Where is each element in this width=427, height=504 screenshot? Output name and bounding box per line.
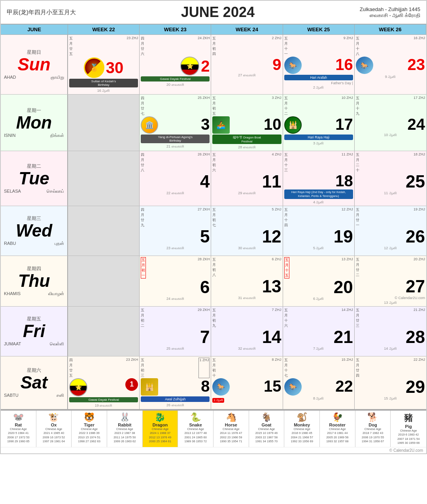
cell-w24-thu: 五月初八 6 ZHJ 13 31 வைகாசி [211,256,283,306]
copyright: © Calendar2U.com [1,447,426,453]
day-malay-sun: AHAD [4,75,16,80]
day-label-fri: 星期五 Fri JUMAAT வெள்ளி [1,307,68,356]
row-friday: 星期五 Fri JUMAAT வெள்ளி 五月初二 29 ZKH 7 25 வ… [1,307,426,356]
zodiac-ox: 🐮 Ox Chinese Age2021 4 1985 402009 16 19… [36,411,72,447]
zodiac-strip: 🐭 Rat Chinese Age2020 5 1984 412008 17 1… [1,410,426,447]
header: 甲辰(龙)年四月小至五月大 JUNE 2024 Zulkaedah - Zulh… [1,1,426,24]
day-label-wed: 星期三 Wed RABU புதன் [1,206,68,256]
cell-w26-wed: 五月廿一 19 ZHJ 26 12 ஆனி [355,206,426,256]
day-label-mon: 星期一 Mon ISNIN திங்கள் [1,95,68,151]
zodiac-pig: 豬 Pig Chinese Age2019 6 1983 422007 18 1… [391,411,426,447]
day-label-sun: 星期日 Sun AHAD ஞாயிறு [1,35,68,94]
cell-w24-sun: 五月初四 2 ZHJ 9 27 வைகாசி [211,35,283,94]
col-header-week25: WEEK 25 [283,25,355,35]
zodiac-tiger: 🐯 Tiger Chinese Age2022 3 1986 392010 15… [72,411,107,447]
cell-w26-fri: 五月廿三 21 ZHJ 28 14 ஆனி [355,307,426,356]
day-abbr-sun: Sun [17,56,50,73]
row-tuesday: 星期二 Tue SELASA செவ்வாய் 四月廿八 26 ZKH 4 22… [1,151,426,206]
cell-w22-wed-empty [68,206,140,256]
zodiac-monkey: 🐒 Monkey Chinese Age2016 9 1980 452004 2… [284,411,320,447]
cell-w24-sat: 五月初十 8 ZHJ 🐎 15 1 ஆனி [211,356,283,409]
cell-w24-fri: 五月初九 7 ZHJ 14 32 வைகாசி [211,307,283,356]
zodiac-rabbit: 🐰 Rabbit Chinese Age2023 2 1987 382011 1… [107,411,143,447]
col-header-week24: WEEK 24 [211,25,283,35]
cell-w23-tue: 四月廿八 26 ZKH 4 22 வைகாசி [140,151,211,206]
calendar-wrapper: 甲辰(龙)年四月小至五月大 JUNE 2024 Zulkaedah - Zulh… [0,0,427,454]
day-label-sat: 星期六 Sat SABTU சனி [1,356,68,409]
cell-w23-fri: 五月初二 29 ZKH 7 25 வைகாசி [140,307,211,356]
cell-w22-sat: 四月廿五 23 ZKH ⭐ 1 Gawai Dayak Festival 19 … [68,356,140,409]
column-headers: JUNE WEEK 22 WEEK 23 WEEK 24 WEEK 25 WEE… [1,24,426,35]
header-title: JUNE 2024 [181,4,255,21]
cell-w23-wed: 四月廿九 27 ZKH 5 23 வைகாசி [140,206,211,256]
day-label-thu: 星期四 Thu KHAMIS வியாழன் [1,256,68,306]
zodiac-dragon: 🐉 Dragon Chinese Age2024 1 1988 372012 1… [143,411,178,447]
cell-w25-tue: 五月十三 11 ZHJ 18 Hari Raya Haji (2nd Day -… [283,151,355,206]
zodiac-horse: 🐴 Horse Chinese Age2014 11 1978 472002 2… [214,411,249,447]
cell-w23-sat: 五月初三 1 ZHJ 🕌 8 Awal Zulhijjah 26 வைகாசி [140,356,211,409]
row-thursday: 星期四 Thu KHAMIS வியாழன் 五月初一 28 ZKH 6 24 … [1,256,426,307]
cell-w25-wed: 五月十四 12 ZHJ 19 5 ஆனி [283,206,355,256]
cell-w26-sat: 五月廿四 22 ZHJ 29 15 ஆனி [355,356,426,409]
header-left: 甲辰(龙)年四月小至五月大 [7,9,76,16]
col-header-week23: WEEK 23 [140,25,211,35]
cell-w24-tue: 五月初六 4 ZHJ 11 29 வைகாசி [211,151,283,206]
cell-w22-fri-empty [68,307,140,356]
day-tamil-sun: ஞாயிறு [51,75,64,80]
cell-w22-sun: 五月廿五 23 ZHJ 🏅 30 Sultan of Kedah'sBirthd… [68,35,140,94]
cell-w26-thu: 五月廿二 20 ZHJ 27 © Calendar2U.com 13 ஆனி [355,256,426,306]
day-label-tue: 星期二 Tue SELASA செவ்வாய் [1,151,68,206]
cell-w22-thu-empty [68,256,140,306]
cell-w24-wed: 五月初七 5 ZHJ 12 30 வைகாசி [211,206,283,256]
cell-w26-mon: 五月十九 17 ZHJ 24 10 ஆனி [355,95,426,151]
cell-w23-sun: 四月廿六 24 ZKH ⭐ 2 Gawai Dayak Festival 20 … [140,35,211,94]
cell-w23-mon: 四月廿七 25 ZKH 🏛️ 3 Yang di-Pertuan Agong's… [140,95,211,151]
cell-w22-mon-empty [68,95,140,151]
cell-w26-sun: 五月十八 16 ZHJ 🐎 23 9 ஆனி [355,35,426,94]
zodiac-rooster: 🐓 Rooster Chinese Age2017 8 1981 442005 … [320,411,355,447]
cell-w22-tue-empty [68,151,140,206]
zodiac-dog: 🐕 Dog Chinese Age2018 7 1982 432006 19 1… [355,411,391,447]
cell-w24-mon: 五月初五 3 ZHJ 🚣 10 端午节 Dragon BoatFestival … [211,95,283,151]
row-wednesday: 星期三 Wed RABU புதன் 四月廿九 27 ZKH 5 23 வைகா… [1,206,426,256]
zodiac-snake: 🐍 Snake Chinese Age2013 12 1977 482001 2… [178,411,214,447]
row-sunday: 星期日 Sun AHAD ஞாயிறு 五月廿五 23 ZHJ 🏅 30 Sul… [1,35,426,95]
cell-w26-tue: 五月二十 18 ZHJ 25 11 ஆனி [355,151,426,206]
col-header-week26: WEEK 26 [355,25,426,35]
cell-w25-thu: 五月十五 13 ZHJ 20 6 ஆனி [283,256,355,306]
cell-w25-sun: 五月十一 9 ZHJ 🐎 16 Hari Arafah Father's Day… [283,35,355,94]
cell-w25-fri: 五月十六 14 ZHJ 21 7 ஆனி [283,307,355,356]
cell-w25-mon: 五月十二 10 ZHJ 🕌 17 Hari Raya Haji 3 ஆனி [283,95,355,151]
row-saturday: 星期六 Sat SABTU சனி 四月廿五 23 ZKH ⭐ 1 Gawai … [1,356,426,410]
zodiac-rat: 🐭 Rat Chinese Age2020 5 1984 412008 17 1… [1,411,36,447]
cell-w23-thu: 五月初一 28 ZKH 6 24 வைகாசி [140,256,211,306]
header-right: Zulkaedah - Zulhijjah 1445 வைகாசி - ஆனி … [360,6,420,19]
col-header-june: JUNE [1,25,68,35]
col-header-week22: WEEK 22 [68,25,140,35]
cell-w25-sat: 五月十七 15 ZHJ 🐎 22 8 ஆனி [283,356,355,409]
zodiac-goat: 🐐 Goat Chinese Age2015 10 1979 462003 22… [249,411,285,447]
row-monday: 星期一 Mon ISNIN திங்கள் 四月廿七 25 ZKH 🏛️ 3 Y… [1,95,426,151]
